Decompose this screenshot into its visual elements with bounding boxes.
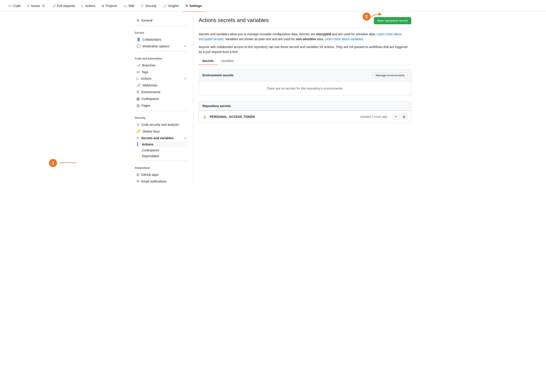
nav-insights-label: Insights: [168, 4, 179, 8]
sidebar-item-secrets-codespaces[interactable]: Codespaces: [140, 147, 188, 153]
nav-actions-label: Actions: [85, 4, 95, 8]
sidebar-environments-label: Environments: [141, 90, 161, 94]
sidebar-email-label: Email notifications: [141, 180, 167, 183]
secrets-icon: ✳: [136, 136, 139, 140]
sidebar-divider-4: [135, 161, 188, 161]
repo-secrets-header: Repository secrets: [199, 101, 411, 111]
sidebar-actions-label: Actions: [141, 77, 151, 80]
sidebar-item-code-security[interactable]: ⊙ Code security and analysis: [135, 121, 188, 128]
page-description-1: Secrets and variables allow you to manag…: [199, 32, 411, 42]
edit-secret-button[interactable]: ✏: [393, 114, 399, 120]
env-secrets-title: Environment secrets: [202, 73, 234, 77]
annotation-1-container: 🔒: [202, 115, 207, 119]
repository-secrets-box: Repository secrets 🔒 PERSONAL_ACCESS_TOK…: [199, 101, 411, 123]
page-title: Actions secrets and variables: [199, 17, 269, 23]
sidebar-item-actions[interactable]: ▷ Actions ▾: [135, 75, 188, 82]
codespaces-icon: ▦: [136, 97, 140, 101]
nav-pull-requests[interactable]: ⎇ Pull requests: [49, 0, 78, 12]
nav-insights[interactable]: 📈 Insights: [160, 0, 182, 12]
secrets-chevron-icon: ▴: [185, 137, 186, 140]
sidebar-pages-label: Pages: [142, 104, 150, 107]
annotation-arrow-1: [60, 160, 78, 166]
environment-secrets-box: Environment secrets Manage environments …: [199, 69, 411, 96]
nav-code[interactable]: <> Code: [5, 0, 23, 12]
sidebar-secrets-codespaces-label: Codespaces: [142, 148, 159, 152]
moderation-icon: 💬: [136, 44, 141, 48]
sidebar-codespaces-label: Codespaces: [142, 97, 159, 101]
annotation-2-container: 2: [363, 13, 371, 21]
sidebar-secrets-actions-label: Actions: [142, 143, 153, 146]
sidebar-item-secrets-actions[interactable]: Actions: [140, 141, 188, 147]
sidebar-item-email-notifications[interactable]: ✉ Email notifications: [135, 178, 188, 185]
sidebar-item-tags[interactable]: 🏷 Tags: [135, 69, 188, 75]
general-icon: ⚙: [136, 18, 139, 22]
delete-secret-button[interactable]: 🗑: [401, 114, 408, 120]
nav-pull-requests-label: Pull requests: [57, 4, 75, 8]
new-button-container: 2 New repository secret: [374, 17, 411, 24]
nav-projects-label: Projects: [106, 4, 117, 8]
secret-row: 🔒 PERSONAL_ACCESS_TOKEN Updated 2 hours …: [199, 111, 411, 123]
lock-icon: 🔒: [202, 115, 207, 118]
actions-sidebar-icon: ▷: [136, 77, 139, 81]
sidebar-webhooks-label: Webhooks: [143, 84, 157, 87]
sidebar-item-secrets-variables[interactable]: ✳ Secrets and variables ▴: [135, 135, 188, 141]
sidebar-item-moderation[interactable]: 💬 Moderation options ▾: [135, 43, 188, 50]
nav-settings[interactable]: ⚙ Settings: [182, 0, 205, 12]
sidebar-item-webhooks[interactable]: 🔗 Webhooks: [135, 82, 188, 89]
nav-actions[interactable]: ▷ Actions: [78, 0, 98, 12]
actions-chevron-icon: ▾: [185, 77, 186, 80]
moderation-chevron-icon: ▾: [185, 45, 186, 48]
tab-variables[interactable]: Variables: [217, 57, 237, 65]
sidebar-divider-1: [135, 26, 188, 26]
tags-icon: 🏷: [136, 70, 140, 74]
sidebar-item-environments[interactable]: ☰ Environments: [135, 89, 188, 95]
sidebar-item-secrets-dependabot[interactable]: Dependabot: [140, 153, 188, 159]
email-icon: ✉: [136, 179, 139, 183]
code-security-icon: ⊙: [136, 123, 139, 127]
sidebar-code-automation-label: Code and automation: [135, 53, 188, 62]
env-secrets-header: Environment secrets Manage environments: [199, 70, 411, 81]
settings-icon: ⚙: [185, 4, 188, 8]
page-description-2: Anyone with collaborator access to this …: [199, 45, 411, 55]
page-header: Actions secrets and variables 2: [199, 17, 411, 24]
sidebar: ⚙ General Access 👤 Collaborators 💬 Moder…: [135, 17, 193, 185]
issues-badge: 1: [41, 4, 46, 8]
manage-environments-button[interactable]: Manage environments: [373, 72, 408, 78]
repo-secrets-title: Repository secrets: [202, 104, 231, 108]
sidebar-code-security-label: Code security and analysis: [141, 123, 179, 126]
sidebar-github-apps-label: GitHub apps: [141, 173, 159, 176]
env-secrets-empty: There are no secrets for this repository…: [199, 81, 411, 96]
top-navigation: <> Code ⊙ Issues 1 ⎇ Pull requests ▷ Act…: [0, 0, 546, 12]
sidebar-item-pages[interactable]: ▤ Pages: [135, 102, 188, 109]
sidebar-deploy-keys-label: Deploy keys: [143, 130, 160, 133]
header-divider: [199, 28, 411, 28]
sidebar-item-deploy-keys[interactable]: 🔑 Deploy keys: [135, 128, 188, 135]
wiki-icon: 📖: [123, 4, 127, 8]
nav-security-label: Security: [145, 4, 157, 8]
sidebar-item-general[interactable]: ⚙ General: [135, 17, 188, 24]
sidebar-item-github-apps[interactable]: ⊞ GitHub apps: [135, 171, 188, 178]
pages-icon: ▤: [136, 104, 140, 108]
nav-issues[interactable]: ⊙ Issues 1: [24, 0, 48, 12]
sidebar-access-label: Access: [135, 28, 188, 36]
insights-icon: 📈: [163, 4, 167, 8]
sidebar-divider-3: [135, 111, 188, 111]
nav-projects[interactable]: ⊞ Projects: [99, 0, 120, 12]
nav-code-label: Code: [13, 4, 20, 8]
sidebar-item-collaborators[interactable]: 👤 Collaborators: [135, 36, 188, 43]
deploy-keys-icon: 🔑: [136, 129, 141, 133]
secret-updated: Updated 2 hours ago: [360, 115, 387, 118]
security-icon: 🛡: [141, 4, 144, 8]
active-indicator: [137, 142, 138, 146]
sidebar-moderation-label: Moderation options: [143, 45, 169, 48]
tab-secrets[interactable]: Secrets: [199, 57, 217, 65]
sidebar-item-branches[interactable]: ⎇ Branches: [135, 62, 188, 69]
nav-security[interactable]: 🛡 Security: [138, 0, 159, 12]
variables-link[interactable]: Learn more about variables: [325, 37, 363, 41]
nav-wiki[interactable]: 📖 Wiki: [121, 0, 137, 12]
annotation-arrow-2: [369, 12, 383, 18]
nav-issues-label: Issues: [31, 4, 40, 8]
sidebar-item-codespaces[interactable]: ▦ Codespaces: [135, 95, 188, 102]
sidebar-secrets-dependabot-label: Dependabot: [142, 154, 159, 158]
annotation-1-overlay: 1: [49, 159, 78, 167]
